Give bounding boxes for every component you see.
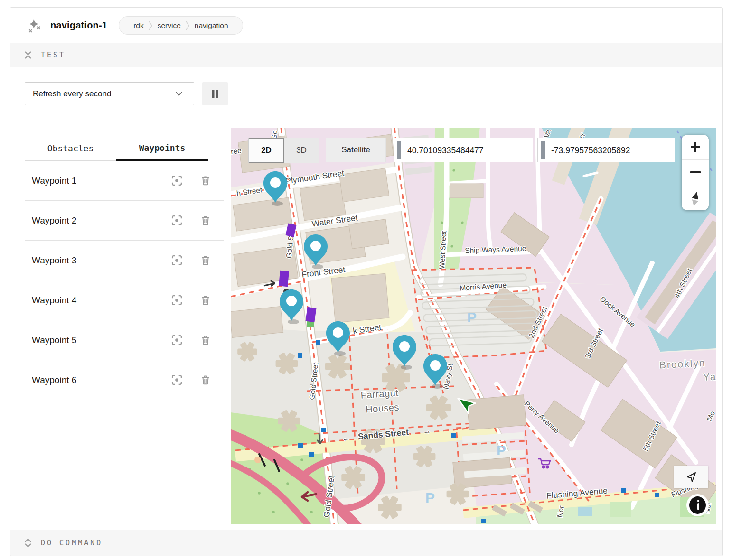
pause-refresh-button[interactable] — [202, 82, 228, 105]
longitude-field — [537, 138, 675, 162]
delete-waypoint-button[interactable] — [200, 374, 211, 385]
compass-button[interactable] — [682, 185, 709, 210]
waypoint-row: Waypoint 3 — [25, 241, 224, 280]
chevron-down-icon — [176, 92, 182, 96]
waypoint-label: Waypoint 1 — [32, 176, 171, 186]
focus-waypoint-button[interactable] — [171, 255, 182, 266]
pause-icon — [211, 89, 219, 99]
delete-waypoint-button[interactable] — [200, 255, 211, 266]
parking-icon: P — [425, 490, 435, 505]
focus-icon — [171, 335, 182, 345]
compass-icon — [689, 191, 702, 205]
breadcrumb-item[interactable]: rdk — [129, 21, 149, 30]
waypoint-label: Waypoint 6 — [32, 375, 171, 385]
tab-waypoints[interactable]: Waypoints — [116, 136, 208, 161]
waypoint-row: Waypoint 5 — [25, 320, 224, 360]
info-icon — [689, 496, 706, 514]
do-command-section-header[interactable]: DO COMMAND — [10, 530, 722, 556]
delete-waypoint-button[interactable] — [200, 215, 211, 226]
test-section-header[interactable]: TEST — [10, 43, 722, 67]
longitude-input[interactable] — [550, 138, 673, 163]
drag-handle — [541, 141, 545, 159]
delete-waypoint-button[interactable] — [200, 335, 211, 345]
breadcrumb-separator-icon — [186, 19, 190, 33]
lot-rows — [462, 432, 526, 478]
waypoint-label: Waypoint 3 — [32, 255, 171, 266]
drag-handle — [397, 141, 401, 159]
latitude-field — [394, 138, 533, 162]
navigation-arrow-icon — [685, 471, 697, 483]
focus-waypoint-button[interactable] — [171, 374, 182, 385]
breadcrumb: rdk service navigation — [119, 16, 243, 35]
map-dimension-toggle: 2D 3D — [248, 138, 319, 163]
map-zoom-control — [682, 135, 709, 210]
tab-obstacles[interactable]: Obstacles — [25, 136, 116, 161]
oneway-arrow-label: ← — [342, 433, 351, 443]
trash-icon — [200, 215, 211, 226]
satellite-toggle-button[interactable]: Satellite — [326, 138, 386, 162]
refresh-rate-value: Refresh every second — [33, 89, 176, 99]
minus-icon — [690, 167, 701, 178]
trash-icon — [200, 374, 211, 385]
focus-icon — [171, 295, 182, 306]
do-command-label: DO COMMAND — [41, 539, 103, 547]
collapse-icon — [24, 51, 32, 59]
focus-waypoint-button[interactable] — [171, 295, 182, 306]
test-section-label: TEST — [41, 51, 66, 59]
waypoint-row: Waypoint 1 — [25, 161, 224, 201]
waypoint-row: Waypoint 2 — [25, 201, 224, 241]
zoom-in-button[interactable] — [682, 135, 709, 160]
map-canvas: tree h Street Plymouth Street Water Stre… — [231, 128, 716, 524]
focus-waypoint-button[interactable] — [171, 175, 182, 186]
oneway-arrow-label: → — [422, 426, 432, 436]
parking-icon: P — [497, 442, 506, 458]
panel-card: navigation-1 rdk service navigation TEST… — [10, 7, 723, 556]
delete-waypoint-button[interactable] — [200, 295, 211, 306]
waypoint-label: Waypoint 2 — [32, 215, 171, 226]
waypoint-row: Waypoint 6 — [25, 360, 224, 400]
zoom-out-button[interactable] — [682, 160, 709, 185]
latitude-input[interactable] — [406, 138, 531, 163]
attribution-button[interactable] — [686, 494, 709, 516]
trash-icon — [200, 295, 211, 306]
focus-icon — [171, 374, 182, 385]
waypoint-label: Waypoint 4 — [32, 295, 171, 306]
marker-tabs: Obstacles Waypoints — [25, 136, 208, 161]
trash-icon — [200, 335, 211, 345]
breadcrumb-item[interactable]: navigation — [190, 21, 233, 30]
focus-icon — [171, 255, 182, 266]
waypoint-label: Waypoint 5 — [32, 335, 171, 345]
trash-icon — [200, 255, 211, 266]
map[interactable]: tree h Street Plymouth Street Water Stre… — [231, 128, 716, 524]
waypoint-row: Waypoint 4 — [25, 280, 224, 320]
focus-waypoint-button[interactable] — [171, 335, 182, 345]
header: navigation-1 rdk service navigation — [10, 8, 722, 43]
expand-icon — [24, 539, 32, 547]
trash-icon — [200, 175, 211, 186]
refresh-rate-select[interactable]: Refresh every second — [25, 82, 194, 105]
recenter-button[interactable] — [674, 466, 708, 488]
place-label-brooklyn-yard: Yar — [703, 371, 716, 383]
page-title: navigation-1 — [50, 20, 107, 31]
map-2d-button[interactable]: 2D — [249, 138, 284, 163]
breadcrumb-item[interactable]: service — [153, 21, 186, 30]
delete-waypoint-button[interactable] — [200, 175, 211, 186]
focus-icon — [171, 175, 182, 186]
navigation-service-icon — [28, 19, 42, 33]
focus-waypoint-button[interactable] — [171, 215, 182, 226]
map-3d-button[interactable]: 3D — [284, 138, 319, 163]
parking-icon: P — [467, 309, 477, 325]
focus-icon — [171, 215, 182, 226]
breadcrumb-separator-icon — [149, 19, 153, 33]
roundabout-icon — [254, 457, 261, 463]
waypoint-list: Waypoint 1 Waypoint 2 Waypoint 3 Waypoin… — [25, 161, 224, 400]
plus-icon — [690, 141, 701, 153]
